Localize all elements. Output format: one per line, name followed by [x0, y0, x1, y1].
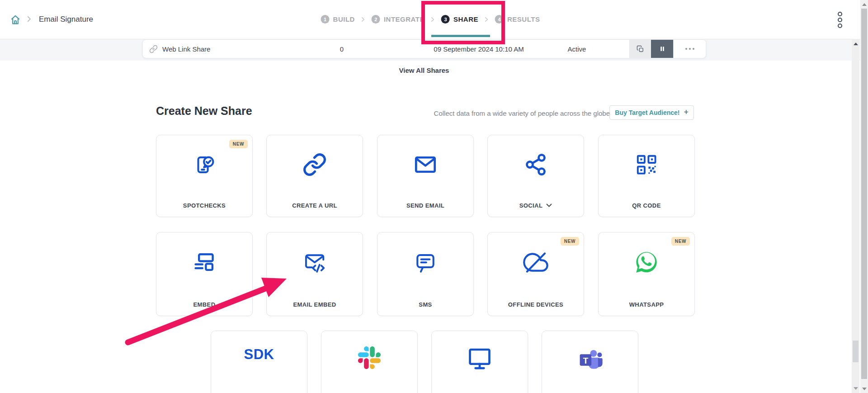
share-card-whatsapp[interactable]: NEW WHATSAPP	[598, 232, 695, 316]
page-title: Create New Share	[156, 104, 252, 118]
step-label: INTEGRATE	[384, 15, 425, 23]
view-all-shares-link[interactable]: View All Shares	[399, 66, 449, 74]
card-label: SOCIAL	[519, 202, 543, 209]
microsoft-teams-icon: T	[542, 331, 638, 393]
copy-icon	[637, 45, 644, 53]
tab-integrate[interactable]: 2 INTEGRATE	[372, 15, 425, 24]
share-card-sdk[interactable]: SDK	[211, 331, 307, 393]
share-responses-count: 0	[340, 40, 344, 58]
share-card-email-embed[interactable]: EMAIL EMBED	[266, 232, 363, 316]
step-label: SHARE	[453, 15, 478, 23]
share-card-create-a-url[interactable]: CREATE A URL	[266, 135, 363, 217]
link-icon	[267, 135, 363, 194]
step-label: RESULTS	[507, 15, 540, 23]
card-label: EMBED	[156, 301, 252, 308]
card-label: SPOTCHECKS	[156, 202, 252, 209]
spotchecks-icon	[156, 135, 252, 194]
section-subtitle: Collect data from a wide variety of peop…	[434, 109, 610, 117]
share-card-microsoft-teams[interactable]: T	[542, 331, 638, 393]
row-more-options-button[interactable]	[673, 40, 706, 58]
scroll-up-arrow[interactable]	[852, 40, 859, 47]
home-button[interactable]	[7, 12, 24, 28]
pause-share-button[interactable]	[651, 40, 673, 58]
card-label: QR CODE	[599, 202, 694, 209]
step-number: 2	[372, 15, 380, 24]
wizard-steps: 1 BUILD 2 INTEGRATE 3 SHARE 4 RESULTS	[321, 0, 540, 38]
sdk-logo: SDK	[211, 331, 307, 393]
share-card-slack[interactable]	[321, 331, 418, 393]
step-label: BUILD	[333, 15, 355, 23]
scrollbar-thumb[interactable]	[861, 9, 867, 379]
embed-layout-icon	[156, 232, 252, 292]
share-card-offline-devices[interactable]: NEW OFFLINE DEVICES	[487, 232, 584, 316]
share-card-send-email[interactable]: SEND EMAIL	[377, 135, 474, 217]
share-card-sms[interactable]: SMS	[377, 232, 474, 316]
content-scrollbar[interactable]	[852, 39, 859, 393]
share-nodes-icon	[488, 135, 584, 194]
step-number: 3	[441, 15, 450, 24]
chevron-down-icon	[546, 204, 552, 208]
kebab-dot	[838, 24, 842, 28]
desktop-monitor-icon	[432, 331, 528, 393]
buy-button-label: Buy Target Audience!	[615, 109, 679, 116]
home-icon	[9, 14, 21, 26]
cloud-off-icon	[488, 232, 584, 292]
step-number: 1	[321, 15, 330, 24]
whatsapp-icon	[599, 232, 694, 292]
ellipsis-icon	[685, 48, 694, 50]
tab-results[interactable]: 4 RESULTS	[495, 15, 540, 24]
scrollbar-thumb[interactable]	[853, 341, 859, 362]
scroll-down-arrow[interactable]	[860, 385, 868, 393]
card-label: SMS	[377, 301, 473, 308]
kebab-dot	[838, 12, 842, 16]
sms-bubble-icon	[377, 232, 473, 292]
step-number: 4	[495, 15, 504, 24]
scroll-down-arrow[interactable]	[852, 384, 859, 392]
share-name: Web Link Share	[162, 40, 210, 58]
share-row-actions	[629, 40, 706, 58]
scroll-up-arrow[interactable]	[860, 0, 868, 8]
qr-code-icon	[599, 135, 694, 194]
tab-share[interactable]: 3 SHARE	[441, 15, 478, 24]
step-chevron-icon	[430, 16, 435, 23]
card-label: WHATSAPP	[599, 301, 694, 308]
breadcrumb-chevron-icon	[26, 16, 32, 22]
step-chevron-icon	[484, 16, 489, 23]
breadcrumb[interactable]: Email Signature	[39, 0, 93, 38]
envelope-icon	[377, 135, 473, 194]
buy-target-audience-button[interactable]: Buy Target Audience! +	[609, 105, 694, 120]
share-card-kiosk[interactable]	[431, 331, 528, 393]
email-code-icon	[267, 232, 363, 292]
sdk-logo-text: SDK	[244, 346, 274, 363]
share-status: Active	[568, 40, 586, 58]
pause-icon	[658, 45, 666, 53]
share-page: Email Signature 1 BUILD 2 INTEGRATE 3 SH…	[0, 0, 868, 393]
card-label: SEND EMAIL	[377, 202, 473, 209]
browser-scrollbar[interactable]	[860, 0, 868, 393]
share-card-social[interactable]: SOCIAL	[487, 135, 584, 217]
card-label: OFFLINE DEVICES	[488, 301, 584, 308]
copy-link-button[interactable]	[629, 40, 651, 58]
card-label: CREATE A URL	[267, 202, 363, 209]
top-navigation-bar: Email Signature 1 BUILD 2 INTEGRATE 3 SH…	[0, 0, 868, 39]
share-card-embed[interactable]: EMBED	[156, 232, 253, 316]
tab-build[interactable]: 1 BUILD	[321, 15, 355, 24]
card-label-with-dropdown: SOCIAL	[488, 202, 584, 209]
more-options-kebab-button[interactable]	[834, 11, 846, 29]
kebab-dot	[838, 18, 842, 22]
share-row-web-link[interactable]: Web Link Share 0 09 September 2024 10:10…	[142, 39, 706, 58]
svg-text:T: T	[583, 356, 588, 365]
card-label: EMAIL EMBED	[267, 301, 363, 308]
share-created-date: 09 September 2024 10:10 AM	[434, 40, 524, 58]
active-step-underline	[431, 35, 490, 37]
slack-icon	[321, 331, 417, 393]
link-icon	[149, 40, 158, 58]
plus-icon: +	[684, 108, 689, 116]
share-card-qr-code[interactable]: QR CODE	[598, 135, 695, 217]
share-card-spotchecks[interactable]: NEW SPOTCHECKS	[156, 135, 253, 217]
step-chevron-icon	[361, 16, 366, 23]
